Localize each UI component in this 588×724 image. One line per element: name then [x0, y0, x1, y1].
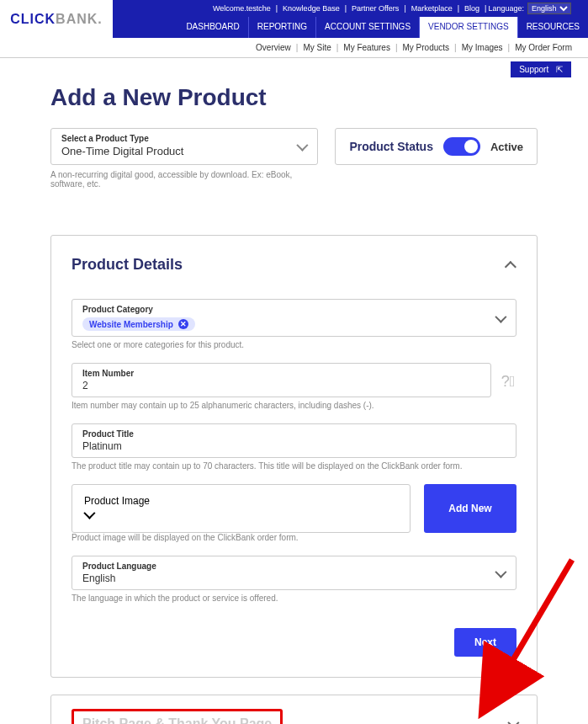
- support-row: Support ⇱: [0, 58, 588, 77]
- divider: |: [453, 43, 458, 52]
- product-title-field[interactable]: Product Title Platinum: [72, 423, 516, 458]
- logo-click: CLICK: [10, 12, 56, 27]
- pitch-page-title: Pitch Page & Thank You Page: [82, 716, 272, 724]
- nav-tabs: DASHBOARD REPORTING ACCOUNT SETTINGS VEN…: [177, 17, 588, 38]
- product-image-hint: Product image will be displayed on the C…: [72, 533, 516, 542]
- category-hint: Select one or more categories for this p…: [72, 340, 516, 349]
- product-image-row: Product Image Add New: [72, 484, 516, 533]
- external-link-icon: ⇱: [556, 65, 563, 74]
- product-status-box: Product Status Active: [335, 128, 538, 165]
- item-number-label: Item Number: [82, 369, 480, 378]
- chevron-down-icon: [495, 566, 504, 581]
- product-language-value: English: [82, 572, 506, 584]
- subnav-my-products[interactable]: My Products: [400, 43, 453, 52]
- status-label: Product Status: [349, 140, 433, 153]
- product-details-title: Product Details: [72, 256, 183, 274]
- category-chip: Website Membership ✕: [82, 317, 195, 331]
- product-language-hint: The language in which the product or ser…: [72, 594, 516, 603]
- tab-account-settings[interactable]: ACCOUNT SETTINGS: [316, 17, 420, 38]
- add-new-button[interactable]: Add New: [424, 484, 516, 533]
- product-title-label: Product Title: [82, 429, 506, 439]
- subnav-overview[interactable]: Overview: [252, 43, 294, 52]
- support-button[interactable]: Support ⇱: [511, 61, 571, 77]
- product-type-hint: A non-recurring digital good, accessible…: [50, 170, 303, 189]
- status-text: Active: [490, 141, 523, 153]
- item-number-value: 2: [82, 380, 480, 391]
- category-label: Product Category: [82, 305, 506, 314]
- tab-resources[interactable]: RESOURCES: [518, 17, 588, 38]
- logo-bank: BANK.: [56, 12, 103, 27]
- subnav-my-order-form[interactable]: My Order Form: [511, 43, 575, 52]
- chip-label: Website Membership: [89, 320, 173, 329]
- item-number-field[interactable]: Item Number 2: [72, 363, 491, 397]
- chevron-down-icon: [297, 139, 305, 154]
- item-number-row: Item Number 2 ?⃝: [72, 363, 516, 401]
- status-toggle[interactable]: [443, 137, 480, 156]
- product-type-value: One-Time Digital Product: [61, 145, 307, 157]
- chevron-down-icon: [495, 311, 504, 326]
- chevron-down-icon: [84, 507, 93, 521]
- tab-vendor-settings[interactable]: VENDOR SETTINGS: [420, 17, 518, 38]
- marketplace-link[interactable]: Marketplace: [408, 4, 456, 13]
- product-title-value: Platinum: [82, 440, 506, 452]
- partner-offers-link[interactable]: Partner Offers: [348, 4, 402, 13]
- page-title: Add a New Product: [50, 84, 538, 111]
- top-row: Select a Product Type One-Time Digital P…: [50, 128, 538, 165]
- next-row: Next: [72, 628, 516, 657]
- product-image-field[interactable]: Product Image: [72, 484, 411, 533]
- product-details-panel: Product Details Product Category Website…: [50, 235, 538, 678]
- divider: |: [506, 43, 512, 52]
- subnav-my-features[interactable]: My Features: [340, 43, 394, 52]
- divider: |: [294, 43, 300, 52]
- content: Add a New Product Select a Product Type …: [0, 77, 588, 724]
- subnav-my-images[interactable]: My Images: [458, 43, 506, 52]
- product-language-field[interactable]: Product Language English: [72, 556, 516, 590]
- chevron-up-icon: [508, 258, 516, 273]
- annotation-highlight: Pitch Page & Thank You Page: [72, 709, 283, 724]
- panel-header[interactable]: Product Details: [72, 256, 516, 274]
- product-language-label: Product Language: [82, 562, 506, 571]
- subnav-my-site[interactable]: My Site: [299, 43, 334, 52]
- next-button[interactable]: Next: [454, 628, 516, 657]
- language-select[interactable]: English: [527, 3, 571, 14]
- language-label: Language:: [488, 4, 524, 13]
- knowledge-base-link[interactable]: Knowledge Base: [279, 4, 343, 13]
- sub-navbar: Overview | My Site | My Features | My Pr…: [0, 38, 588, 58]
- product-title-hint: The product title may contain up to 70 c…: [72, 461, 516, 471]
- pitch-page-panel[interactable]: Pitch Page & Thank You Page: [50, 695, 538, 724]
- welcome-link[interactable]: Welcome.testche: [209, 4, 274, 13]
- toggle-knob: [464, 140, 478, 153]
- product-image-label: Product Image: [84, 495, 398, 507]
- help-icon[interactable]: ?⃝: [500, 373, 516, 391]
- logo[interactable]: CLICKBANK.: [0, 0, 113, 38]
- divider: |: [335, 43, 341, 52]
- blog-link[interactable]: Blog: [461, 4, 483, 13]
- divider: |: [394, 43, 400, 52]
- product-type-select[interactable]: Select a Product Type One-Time Digital P…: [50, 128, 318, 165]
- chip-remove-icon[interactable]: ✕: [178, 319, 188, 329]
- product-category-field[interactable]: Product Category Website Membership ✕: [72, 299, 516, 337]
- product-type-label: Select a Product Type: [61, 134, 307, 143]
- tab-dashboard[interactable]: DASHBOARD: [177, 17, 248, 38]
- chevron-down-icon: [508, 716, 516, 724]
- support-label: Support: [519, 65, 548, 74]
- item-number-hint: Item number may contain up to 25 alphanu…: [72, 401, 516, 410]
- tab-reporting[interactable]: REPORTING: [249, 17, 316, 38]
- main-navbar: CLICKBANK. DASHBOARD REPORTING ACCOUNT S…: [0, 17, 588, 38]
